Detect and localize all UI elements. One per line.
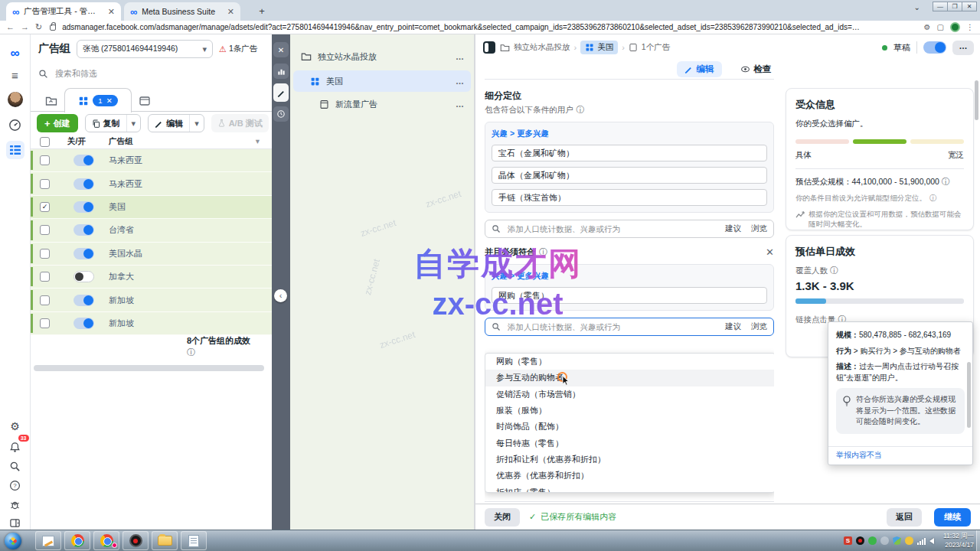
tree-item-menu[interactable]: … — [456, 99, 465, 109]
suggestion-item[interactable]: 网购（零售） — [485, 354, 774, 370]
tray-s-icon[interactable]: S — [844, 536, 852, 545]
adgroup-row-selected[interactable]: ✓美国 — [31, 196, 272, 219]
collapse-arrow-icon[interactable]: ‹ — [274, 289, 287, 302]
adgroup-name[interactable]: 加拿大 — [109, 271, 134, 282]
create-button[interactable]: + 创建 — [37, 114, 78, 132]
browse-link[interactable]: 浏览 — [751, 223, 767, 234]
meta-logo-icon[interactable]: ∞ — [6, 44, 24, 63]
history-clock-icon[interactable] — [273, 106, 289, 122]
tray-recorder-icon[interactable] — [856, 536, 864, 545]
new-tab-button[interactable]: + — [254, 5, 270, 18]
tray-update-icon[interactable] — [905, 536, 913, 545]
browser-tab-ads-manager[interactable]: ∞ 广告管理工具 - 管理广告 - 广告 ✕ — [6, 2, 121, 21]
restore-button[interactable]: ❐ — [947, 2, 962, 11]
row-checkbox[interactable] — [40, 155, 50, 165]
ab-test-button[interactable]: A/B 测试 — [211, 114, 269, 132]
narrow-search-input[interactable] — [506, 321, 715, 332]
selection-pill[interactable]: 1✕ — [93, 95, 117, 106]
minimize-button[interactable]: — — [933, 2, 948, 11]
row-checkbox[interactable]: ✓ — [40, 202, 50, 212]
network-signal-icon[interactable] — [917, 536, 926, 545]
help-icon[interactable]: ? — [6, 476, 24, 494]
adgroup-row[interactable]: 台湾省 — [31, 219, 272, 242]
tab-ads-icon[interactable] — [133, 91, 156, 111]
tree-item-menu[interactable]: … — [456, 77, 465, 86]
adgroup-row[interactable]: 新加坡 — [31, 312, 272, 335]
suggest-link[interactable]: 建议 — [725, 321, 741, 332]
tray-shield-icon[interactable] — [893, 536, 901, 545]
report-link[interactable]: 举报内容不当 — [828, 446, 972, 465]
interest-path-links[interactable]: 兴趣 > 更多兴趣 — [492, 129, 767, 139]
adgroup-name[interactable]: 新加坡 — [109, 318, 134, 329]
suggestion-item[interactable]: 服装（服饰） — [485, 403, 774, 419]
close-panel-icon[interactable]: ✕ — [273, 42, 289, 57]
reload-icon[interactable]: ↻ — [35, 23, 42, 31]
settings-gear-icon[interactable]: ⚙ — [6, 417, 24, 435]
edit-button[interactable]: 编辑 ▾ — [148, 114, 204, 132]
adgroup-toggle[interactable] — [74, 178, 94, 190]
close-button[interactable]: 关闭 — [485, 508, 520, 527]
tooltip-scrollbar[interactable] — [967, 362, 971, 428]
tab-review[interactable]: 检查 — [733, 61, 779, 77]
warning-indicator[interactable]: ⚠ 1条广告 — [219, 44, 257, 54]
search-input[interactable] — [54, 68, 267, 79]
adgroup-toggle[interactable] — [74, 318, 94, 329]
browser-tab-business-suite[interactable]: ∞ Meta Business Suite ✕ — [124, 2, 240, 21]
adgroup-row[interactable]: 马来西亚 — [31, 149, 272, 172]
narrow-search-focused[interactable]: 建议 浏览 — [485, 318, 774, 336]
adgroup-row[interactable]: 美国水晶 — [31, 243, 272, 266]
interest-item[interactable]: 手链（珠宝首饰） — [492, 189, 767, 206]
forward-icon[interactable]: → — [21, 23, 29, 31]
adgroup-name[interactable]: 美国水晶 — [109, 248, 142, 259]
tab-adsets-active[interactable]: 1✕ — [64, 88, 132, 112]
adgroup-name[interactable]: 台湾省 — [109, 224, 134, 236]
suggestion-item[interactable]: 优惠券（优惠券和折扣） — [485, 468, 774, 484]
row-checkbox[interactable] — [40, 272, 50, 282]
tree-item-adset-selected[interactable]: 美国 … — [293, 70, 471, 92]
close-button[interactable]: ✕ — [962, 2, 977, 11]
suggestion-item-hover[interactable]: 参与互动的购物者 — [485, 370, 774, 386]
adgroup-name[interactable]: 美国 — [109, 201, 126, 213]
continue-button[interactable]: 继续 — [934, 508, 971, 527]
targeting-search-input[interactable] — [506, 223, 715, 234]
tree-item-menu[interactable]: … — [456, 52, 465, 61]
adgroup-toggle[interactable] — [74, 271, 94, 282]
taskbar-recorder[interactable] — [122, 531, 149, 550]
interest-item[interactable]: 宝石（金属和矿物） — [492, 145, 767, 161]
adgroup-toggle[interactable] — [74, 201, 94, 213]
collapse-panel-icon[interactable] — [6, 514, 24, 530]
profile-avatar[interactable] — [6, 90, 24, 109]
taskbar-notepad[interactable] — [181, 531, 207, 550]
row-checkbox[interactable] — [40, 225, 50, 235]
tab-close-icon[interactable]: ✕ — [227, 7, 234, 17]
clear-selection-icon[interactable]: ✕ — [106, 96, 113, 105]
edit-caret[interactable]: ▾ — [189, 115, 204, 132]
adgroup-toggle[interactable] — [74, 248, 94, 259]
bug-report-icon[interactable] — [6, 495, 24, 514]
select-all-checkbox[interactable] — [40, 137, 50, 147]
tray-green-icon[interactable] — [868, 536, 877, 545]
breadcrumb-adset[interactable]: 美国 — [580, 41, 618, 54]
search-icon[interactable] — [6, 457, 24, 475]
taskbar-chrome-2[interactable] — [93, 531, 119, 550]
taskbar-screenshot-app[interactable] — [35, 531, 61, 550]
suggestion-item[interactable]: 时尚饰品（配饰） — [485, 419, 774, 435]
charts-icon[interactable] — [273, 64, 289, 79]
url-text[interactable]: adsmanager.facebook.com/adsmanager/manag… — [62, 23, 917, 31]
gauge-icon[interactable] — [6, 116, 24, 134]
review-toggle[interactable] — [923, 41, 946, 54]
side-panel-icon[interactable]: ▢ — [937, 23, 944, 31]
adgroup-toggle[interactable] — [74, 224, 94, 236]
ads-manager-icon[interactable] — [6, 141, 24, 159]
start-button[interactable] — [5, 533, 21, 549]
panel-scrollbar[interactable] — [975, 80, 978, 120]
adgroup-name[interactable]: 马来西亚 — [109, 178, 142, 190]
adgroup-row[interactable]: 新加坡 — [31, 289, 272, 311]
edit-tool-icon[interactable] — [273, 83, 289, 102]
row-checkbox[interactable] — [40, 295, 50, 305]
row-checkbox[interactable] — [40, 318, 50, 328]
tab-close-icon[interactable]: ✕ — [108, 7, 115, 17]
breadcrumb-ads[interactable]: 1个广告 — [642, 42, 670, 53]
adgroup-toggle[interactable] — [74, 155, 94, 166]
hamburger-menu-icon[interactable]: ≡ — [6, 66, 24, 84]
